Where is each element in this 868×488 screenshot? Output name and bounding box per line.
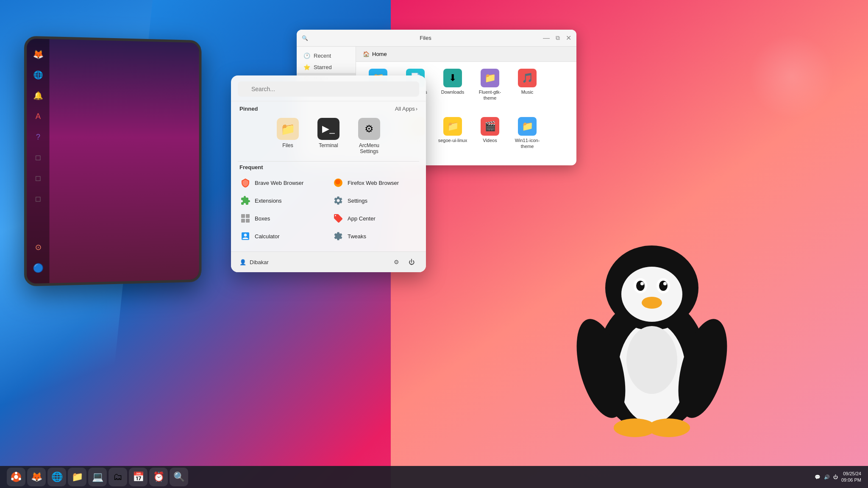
tux-svg (571, 220, 732, 466)
file-videos[interactable]: 🎬 Videos (475, 117, 505, 159)
folder-downloads-icon: ⬇ (443, 69, 462, 87)
svg-rect-21 (648, 424, 690, 432)
file-music[interactable]: 🎵 Music (512, 69, 542, 110)
taskbar-date: 09/25/24 (841, 471, 861, 477)
terminal-pinned-icon: ▶_ (317, 118, 339, 140)
all-apps-label: All Apps (395, 106, 415, 112)
files-breadcrumb: 🏠 Home (356, 47, 576, 62)
calculator-icon (240, 231, 250, 241)
power-icon[interactable]: ⏻ (833, 474, 838, 480)
tablet-icon-firefox: 🦊 (31, 47, 45, 61)
tablet-mockup: 🦊 🌐 🔔 A ? □ □ □ ⊙ 🔵 (24, 36, 202, 287)
files-search-icon: 🔍 (302, 35, 308, 41)
pinned-app-files[interactable]: 📁 Files (273, 118, 303, 154)
folder-fluent-icon: 📁 (481, 69, 499, 87)
tablet-icon-box2: □ (31, 171, 45, 185)
footer-settings-btn[interactable]: ⚙ (390, 256, 402, 268)
footer-power-btn[interactable]: ⏻ (406, 256, 417, 268)
folder-win11-label: Win11-icon-theme (512, 137, 542, 150)
frequent-firefox[interactable]: Firefox Web Browser (329, 174, 421, 191)
notification-icon[interactable]: 💬 (815, 474, 821, 480)
tablet-icon-globe: 🌐 (31, 68, 45, 82)
sidebar-item-starred[interactable]: ⭐ Starred (297, 61, 356, 73)
svg-point-24 (14, 475, 18, 479)
taskbar-firefox[interactable]: 🦊 (27, 468, 46, 486)
taskbar: 🦊 🌐 📁 💻 🗂 📅 ⏰ 🔍 💬 🔊 ⏻ 09/25/24 09:06 PM (0, 466, 868, 488)
restore-icon[interactable]: ⧉ (556, 34, 560, 42)
folder-music-icon: 🎵 (518, 69, 537, 87)
appcenter-icon (333, 213, 343, 223)
frequent-tweaks[interactable]: Tweaks (329, 228, 421, 245)
file-segoe[interactable]: 📁 segoe-ui-linux (437, 117, 468, 159)
frequent-list: Brave Web Browser Firefox Web Browser Ex… (231, 174, 426, 245)
arc-search-bar: 🔍 (231, 75, 426, 101)
minimize-icon[interactable]: — (543, 34, 550, 42)
appcenter-label: App Center (348, 215, 376, 222)
svg-point-13 (659, 281, 668, 291)
file-downloads[interactable]: ⬇ Downloads (437, 69, 468, 110)
file-win11[interactable]: 📁 Win11-icon-theme (512, 117, 542, 159)
taskbar-files[interactable]: 📁 (68, 468, 86, 486)
taskbar-browser[interactable]: 🌐 (47, 468, 66, 486)
tablet-icon-app: A (31, 109, 45, 123)
svg-point-14 (663, 282, 667, 285)
user-icon: 👤 (239, 259, 246, 265)
taskbar-clock[interactable]: ⏰ (149, 468, 168, 486)
brave-icon (240, 178, 250, 188)
tablet-icon-box: □ (31, 151, 45, 165)
arcmenu-pinned-icon: ⚙ (358, 118, 380, 140)
tablet-icon-circle: ⊙ (31, 240, 45, 254)
tablet-icon-help: ? (31, 130, 45, 144)
frequent-calculator[interactable]: Calculator (236, 228, 328, 245)
svg-rect-2 (246, 214, 250, 218)
tablet-icon-alarm: 🔔 (31, 89, 45, 103)
taskbar-time: 09:06 PM (841, 477, 861, 483)
files-titlebar: 🔍 Files — ⧉ ✕ (297, 30, 576, 47)
taskbar-search[interactable]: 🔍 (170, 468, 188, 486)
frequent-brave[interactable]: Brave Web Browser (236, 174, 328, 191)
recent-icon: 🕐 (303, 53, 310, 59)
frequent-settings[interactable]: Settings (329, 192, 421, 209)
frequent-title: Frequent (239, 164, 263, 170)
extensions-label: Extensions (255, 198, 282, 204)
volume-icon[interactable]: 🔊 (824, 474, 830, 480)
file-fluent[interactable]: 📁 Fluent-gtk-theme (475, 69, 505, 110)
svg-point-11 (640, 282, 644, 285)
taskbar-calendar[interactable]: 📅 (129, 468, 147, 486)
sidebar-item-recent[interactable]: 🕐 Recent (297, 50, 356, 61)
svg-point-26 (19, 478, 21, 480)
frequent-appcenter[interactable]: App Center (329, 210, 421, 227)
svg-point-27 (11, 478, 14, 480)
taskbar-nautilus[interactable]: 🗂 (108, 468, 127, 486)
pinned-title: Pinned (239, 106, 258, 112)
starred-label: Starred (314, 64, 332, 70)
taskbar-terminal[interactable]: 💻 (88, 468, 107, 486)
tablet-background: 🦊 🌐 🔔 A ? □ □ □ ⊙ 🔵 (27, 39, 199, 284)
pinned-app-terminal[interactable]: ▶_ Terminal (313, 118, 344, 154)
tweaks-icon (333, 231, 343, 241)
arc-footer: 👤 Dibakar ⚙ ⏻ (231, 251, 426, 272)
frequent-header: Frequent (231, 162, 426, 174)
folder-music-label: Music (521, 89, 534, 95)
close-icon[interactable]: ✕ (566, 34, 571, 42)
user-name: Dibakar (250, 259, 269, 265)
bg-dots (749, 34, 834, 119)
pinned-app-arcmenu[interactable]: ⚙ ArcMenu Settings (354, 118, 384, 154)
breadcrumb-text: Home (372, 51, 387, 57)
all-apps-link[interactable]: All Apps › (395, 106, 417, 112)
frequent-boxes[interactable]: Boxes (236, 210, 328, 227)
frequent-extensions[interactable]: Extensions (236, 192, 328, 209)
extensions-icon (240, 195, 250, 206)
firefox-label: Firefox Web Browser (348, 180, 399, 186)
folder-downloads-label: Downloads (441, 89, 464, 95)
search-input[interactable] (238, 81, 419, 97)
tux-mascot (571, 220, 732, 466)
tablet-icon-box3: □ (31, 192, 45, 206)
tablet-icon-ubuntu: 🔵 (31, 261, 45, 275)
files-title: Files (312, 35, 540, 41)
taskbar-ubuntu[interactable] (7, 468, 25, 486)
folder-segoe-label: segoe-ui-linux (438, 137, 467, 143)
arc-menu: 🔍 Pinned All Apps › 📁 Files ▶_ Terminal … (231, 75, 426, 272)
starred-icon: ⭐ (303, 64, 310, 70)
svg-rect-1 (241, 214, 245, 218)
